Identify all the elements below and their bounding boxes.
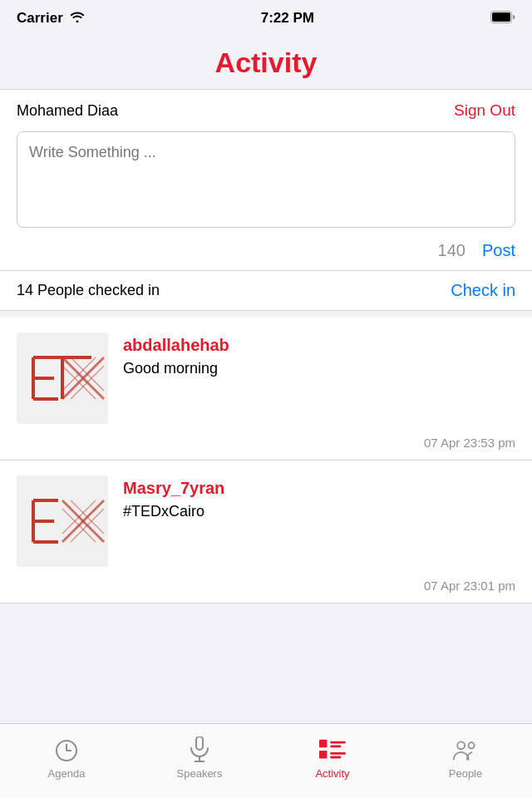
avatar (17, 332, 108, 424)
post-button[interactable]: Post (482, 241, 515, 260)
svg-rect-37 (330, 756, 341, 759)
compose-area (17, 131, 515, 228)
activity-icon (319, 737, 346, 764)
user-name-label: Mohamed Diaa (17, 102, 118, 120)
tab-activity[interactable]: Activity (266, 724, 399, 798)
carrier-label: Carrier (17, 10, 63, 27)
tab-people[interactable]: People (399, 724, 532, 798)
speakers-icon (186, 737, 213, 764)
tab-agenda-label: Agenda (48, 767, 86, 780)
battery-area (490, 11, 515, 27)
checkin-count-label: 14 People checked in (17, 282, 160, 299)
battery-icon (490, 11, 515, 27)
status-time: 7:22 PM (261, 10, 314, 27)
feed-username: abdallahehab (123, 336, 229, 355)
wifi-icon (70, 10, 85, 27)
svg-rect-29 (196, 736, 203, 750)
char-count: 140 (438, 241, 466, 260)
feed-item-top: Masry_7yran #TEDxCairo (0, 461, 532, 575)
checkin-button[interactable]: Check in (451, 281, 515, 300)
svg-rect-34 (330, 741, 346, 744)
svg-rect-36 (330, 752, 346, 755)
avatar (17, 475, 108, 567)
status-bar: Carrier 7:22 PM (0, 0, 532, 37)
sign-out-button[interactable]: Sign Out (454, 101, 515, 120)
feed-item: abdallahehab Good morning 07 Apr 23:53 p… (0, 318, 532, 461)
tab-bar: Agenda Speakers Activity (0, 723, 532, 798)
main-content: Mohamed Diaa Sign Out 140 Post 14 People… (0, 90, 532, 311)
feed-message: Good morning (123, 360, 229, 377)
activity-feed: abdallahehab Good morning 07 Apr 23:53 p… (0, 318, 532, 603)
feed-timestamp: 07 Apr 23:53 pm (0, 432, 532, 460)
feed-username: Masry_7yran (123, 479, 224, 498)
carrier-info: Carrier (17, 10, 85, 27)
tab-people-label: People (449, 767, 482, 780)
svg-rect-32 (319, 740, 327, 747)
user-row: Mohamed Diaa Sign Out (0, 90, 532, 131)
tab-activity-label: Activity (315, 767, 349, 780)
feed-item: Masry_7yran #TEDxCairo 07 Apr 23:01 pm (0, 461, 532, 603)
post-row: 140 Post (0, 236, 532, 270)
page-title: Activity (215, 47, 318, 79)
people-icon (452, 737, 479, 764)
compose-input[interactable] (17, 132, 515, 224)
agenda-icon (53, 737, 80, 764)
svg-rect-1 (492, 12, 510, 22)
feed-item-top: abdallahehab Good morning (0, 318, 532, 432)
tab-agenda[interactable]: Agenda (0, 724, 133, 798)
feed-text: Masry_7yran #TEDxCairo (123, 475, 224, 520)
svg-rect-15 (17, 475, 108, 567)
svg-rect-35 (330, 745, 341, 747)
feed-timestamp: 07 Apr 23:01 pm (0, 575, 532, 603)
svg-rect-33 (319, 751, 327, 758)
nav-bar: Activity (0, 37, 532, 90)
svg-point-39 (469, 742, 475, 748)
feed-text: abdallahehab Good morning (123, 332, 229, 377)
checkin-row: 14 People checked in Check in (0, 270, 532, 310)
feed-message: #TEDxCairo (123, 503, 224, 520)
tab-speakers-label: Speakers (177, 767, 223, 780)
tab-speakers[interactable]: Speakers (133, 724, 266, 798)
svg-point-38 (457, 741, 465, 749)
